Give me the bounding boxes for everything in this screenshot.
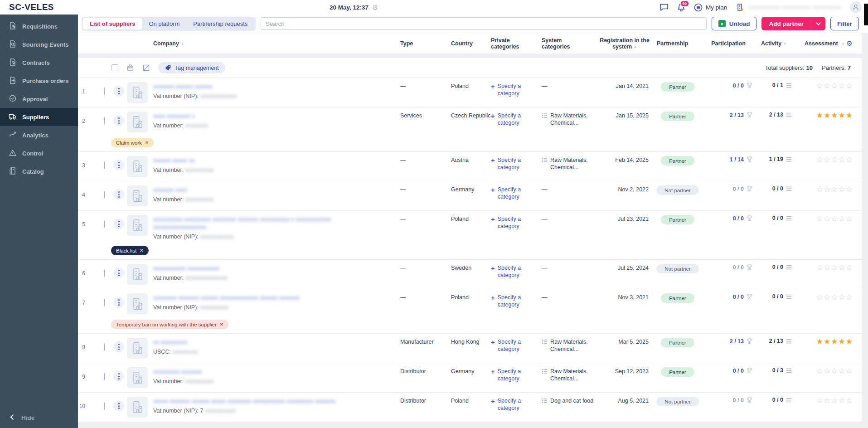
star-empty-icon[interactable]: ☆ xyxy=(831,397,838,404)
specify-category-link[interactable]: + Specify a category xyxy=(491,112,542,126)
filter-button[interactable]: Filter xyxy=(830,17,859,30)
star-filled-icon[interactable]: ★ xyxy=(816,112,823,119)
sidebar-item-control[interactable]: Control xyxy=(0,144,78,162)
assessment-stars[interactable]: ★★★★★ xyxy=(794,112,853,119)
sidebar-item-approval[interactable]: Approval xyxy=(0,90,78,108)
col-company[interactable]: Company▲ xyxy=(153,40,400,47)
company-name-link[interactable]: xxxxxx xxxxx xx xyxy=(153,157,366,165)
star-empty-icon[interactable]: ☆ xyxy=(824,264,830,272)
system-categories[interactable]: Raw Materials, Chemical... xyxy=(542,157,597,171)
tag-remove-icon[interactable]: ✕ xyxy=(140,248,143,253)
star-empty-icon[interactable]: ☆ xyxy=(816,293,823,301)
star-empty-icon[interactable]: ☆ xyxy=(816,156,823,164)
supplier-tag[interactable]: Claim work✕ xyxy=(111,138,154,147)
assessment-stars[interactable]: ☆☆☆☆☆ xyxy=(794,185,853,193)
activity-menu-icon[interactable] xyxy=(786,112,792,117)
sidebar-item-catalog[interactable]: Catalog xyxy=(0,162,78,180)
company-name-link[interactable]: xxxxxxxxxx xxxxxxxxx xxxxxxxx xxxxxxx xx… xyxy=(153,216,366,231)
row-menu-kebab-icon[interactable] xyxy=(113,219,124,229)
star-filled-icon[interactable]: ★ xyxy=(831,112,838,119)
assessment-stars[interactable]: ☆☆☆☆☆ xyxy=(794,397,853,404)
add-partner-dropdown[interactable] xyxy=(811,17,825,30)
row-menu-kebab-icon[interactable] xyxy=(113,86,124,97)
row-checkbox[interactable] xyxy=(104,88,105,95)
star-empty-icon[interactable]: ☆ xyxy=(816,185,823,193)
notifications-bell-icon[interactable]: 99 xyxy=(677,3,685,12)
company-name-link[interactable]: xxxx xxxxxxxx x xyxy=(153,112,366,120)
tag-management-button[interactable]: Tag management xyxy=(158,62,225,73)
row-menu-kebab-icon[interactable] xyxy=(113,371,124,382)
specify-category-link[interactable]: + Specify a category xyxy=(491,157,542,171)
star-empty-icon[interactable]: ☆ xyxy=(816,264,823,272)
crossed-box-icon[interactable] xyxy=(142,64,150,72)
star-empty-icon[interactable]: ☆ xyxy=(816,397,823,404)
supplier-tag[interactable]: Black list✕ xyxy=(111,246,149,255)
row-menu-kebab-icon[interactable] xyxy=(113,268,124,278)
specify-category-link[interactable]: + Specify a category xyxy=(491,186,542,200)
star-empty-icon[interactable]: ☆ xyxy=(824,397,830,404)
star-empty-icon[interactable]: ☆ xyxy=(839,367,845,375)
star-empty-icon[interactable]: ☆ xyxy=(824,293,830,301)
row-checkbox[interactable] xyxy=(104,117,105,125)
company-name-link[interactable]: xxxxxxx xxxxxx xxxxxx xyxy=(153,83,366,91)
star-empty-icon[interactable]: ☆ xyxy=(824,185,830,193)
col-activity[interactable]: Activity▲ xyxy=(754,40,794,47)
sidebar-item-requisitions[interactable]: Requisitions xyxy=(0,17,78,35)
star-empty-icon[interactable]: ☆ xyxy=(846,185,853,193)
star-empty-icon[interactable]: ☆ xyxy=(816,82,823,90)
row-menu-kebab-icon[interactable] xyxy=(113,115,124,126)
star-filled-icon[interactable]: ★ xyxy=(839,338,845,345)
star-empty-icon[interactable]: ☆ xyxy=(839,156,845,164)
star-empty-icon[interactable]: ☆ xyxy=(831,367,838,375)
sidebar-hide-button[interactable]: Hide xyxy=(10,414,34,422)
assessment-stars[interactable]: ☆☆☆☆☆ xyxy=(794,156,853,164)
system-categories[interactable]: Dog and cat food xyxy=(542,398,597,405)
specify-category-link[interactable]: + Specify a category xyxy=(491,216,542,230)
user-avatar[interactable] xyxy=(850,1,862,13)
row-checkbox[interactable] xyxy=(104,161,105,169)
star-empty-icon[interactable]: ☆ xyxy=(831,215,838,223)
col-registration[interactable]: Registration in the system▲ xyxy=(597,37,652,50)
star-empty-icon[interactable]: ☆ xyxy=(846,82,853,90)
assessment-stars[interactable]: ★★★★★ xyxy=(794,338,853,345)
company-name-link[interactable]: xxxxxxx xxxx xyxy=(153,186,366,194)
star-empty-icon[interactable]: ☆ xyxy=(831,185,838,193)
activity-menu-icon[interactable] xyxy=(786,368,792,373)
tab-list-of-suppliers[interactable]: List of suppliers xyxy=(83,18,142,29)
row-menu-kebab-icon[interactable] xyxy=(113,400,124,411)
archive-icon[interactable] xyxy=(126,64,134,72)
col-assessment[interactable]: Assessment▲ ⚙ xyxy=(794,40,853,47)
unload-button[interactable]: x Unload xyxy=(712,17,757,30)
specify-category-link[interactable]: + Specify a category xyxy=(491,83,542,97)
star-empty-icon[interactable]: ☆ xyxy=(816,367,823,375)
star-filled-icon[interactable]: ★ xyxy=(816,338,823,345)
assessment-stars[interactable]: ☆☆☆☆☆ xyxy=(794,264,853,272)
row-menu-kebab-icon[interactable] xyxy=(113,160,124,170)
activity-menu-icon[interactable] xyxy=(786,157,792,162)
star-empty-icon[interactable]: ☆ xyxy=(831,293,838,301)
my-plan-button[interactable]: My plan xyxy=(694,3,727,12)
activity-menu-icon[interactable] xyxy=(786,216,792,221)
row-checkbox[interactable] xyxy=(104,343,105,351)
activity-menu-icon[interactable] xyxy=(786,339,792,344)
activity-menu-icon[interactable] xyxy=(786,265,792,270)
star-empty-icon[interactable]: ☆ xyxy=(839,264,845,272)
supplier-tag[interactable]: Temporary ban on working with the suppli… xyxy=(111,320,228,329)
specify-category-link[interactable]: + Specify a category xyxy=(491,368,542,382)
sidebar-item-suppliers[interactable]: Suppliers xyxy=(0,108,78,126)
star-empty-icon[interactable]: ☆ xyxy=(824,367,830,375)
system-categories[interactable]: Raw Materials, Chemical... xyxy=(542,339,597,353)
activity-menu-icon[interactable] xyxy=(786,186,792,191)
company-name-link[interactable]: xxxxxxxxxxx xxxxxxxxxxx xyxy=(153,265,366,272)
tag-remove-icon[interactable]: ✕ xyxy=(145,140,149,145)
tag-remove-icon[interactable]: ✕ xyxy=(220,322,223,327)
star-empty-icon[interactable]: ☆ xyxy=(824,82,830,90)
current-company-chip[interactable]: xxxxxxxxxx xxxxxxxxx xxxxxxxxx xyxy=(736,3,841,12)
company-name-link[interactable]: xx xxxxxxxxx xyxy=(153,339,366,346)
star-empty-icon[interactable]: ☆ xyxy=(839,397,845,404)
specify-category-link[interactable]: + Specify a category xyxy=(491,294,542,308)
star-empty-icon[interactable]: ☆ xyxy=(824,215,830,223)
row-menu-kebab-icon[interactable] xyxy=(113,297,124,308)
star-empty-icon[interactable]: ☆ xyxy=(846,156,853,164)
star-empty-icon[interactable]: ☆ xyxy=(846,367,853,375)
